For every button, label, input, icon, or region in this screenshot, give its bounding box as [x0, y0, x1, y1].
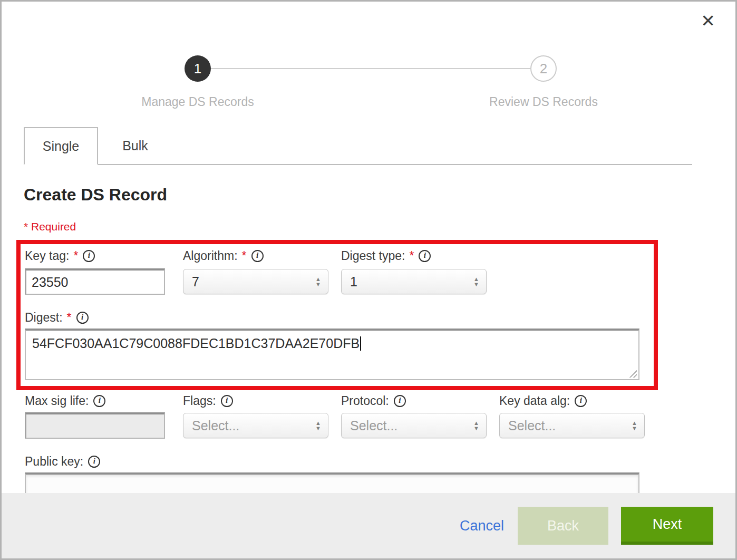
required-asterisk: *: [67, 311, 72, 325]
protocol-label: Protocol:: [341, 394, 389, 408]
step-1-indicator: 1: [185, 55, 211, 82]
arrow-down-icon: ▼: [315, 282, 321, 287]
key-tag-input[interactable]: [25, 268, 165, 295]
step-2-label: Review DS Records: [459, 95, 628, 109]
flags-label: Flags:: [183, 394, 216, 408]
select-spinner-icon: ▲ ▼: [315, 276, 321, 287]
required-asterisk: *: [242, 249, 247, 263]
arrow-down-icon: ▼: [632, 426, 637, 431]
algorithm-select[interactable]: 7 ▲ ▼: [183, 269, 328, 294]
arrow-down-icon: ▼: [473, 426, 479, 431]
tab-bar: Single Bulk: [24, 127, 692, 165]
select-spinner-icon: ▲ ▼: [632, 420, 637, 431]
info-icon[interactable]: i: [394, 395, 406, 407]
digest-value: 54FCF030AA1C79C0088FDEC1BD1C37DAA2E70DFB: [32, 336, 360, 351]
step-1-number: 1: [194, 61, 201, 77]
algorithm-select-value: 7: [192, 274, 199, 289]
info-icon[interactable]: i: [221, 395, 233, 407]
info-icon[interactable]: i: [419, 250, 431, 262]
text-cursor: [360, 336, 361, 351]
page-title: Create DS Record: [24, 185, 167, 205]
create-ds-record-modal: ✕ 1 2 Manage DS Records Review DS Record…: [0, 0, 737, 560]
arrow-down-icon: ▼: [315, 426, 321, 431]
key-tag-label-row: Key tag: * i: [25, 248, 95, 264]
algorithm-label: Algorithm:: [183, 249, 238, 263]
info-icon[interactable]: i: [575, 395, 587, 407]
resize-handle-icon[interactable]: [629, 370, 637, 378]
footer-bar: Cancel Back Next: [2, 493, 735, 558]
step-2-number: 2: [540, 61, 547, 77]
digest-label-row: Digest: * i: [25, 310, 89, 325]
digest-type-select-value: 1: [350, 274, 357, 289]
digest-type-select[interactable]: 1 ▲ ▼: [341, 269, 487, 294]
flags-label-row: Flags: i: [183, 393, 233, 409]
info-icon[interactable]: i: [76, 312, 89, 324]
stepper-connector-line: [211, 68, 530, 69]
public-key-label-row: Public key: i: [25, 453, 100, 469]
tab-bulk-label: Bulk: [122, 138, 148, 153]
flags-select-value: Select...: [192, 418, 239, 433]
info-icon[interactable]: i: [83, 250, 95, 262]
arrow-down-icon: ▼: [473, 282, 479, 287]
key-data-alg-select-value: Select...: [508, 418, 556, 433]
max-sig-life-input[interactable]: [25, 412, 165, 439]
protocol-label-row: Protocol: i: [341, 393, 406, 409]
tab-bulk[interactable]: Bulk: [98, 127, 172, 164]
tab-single-label: Single: [43, 139, 80, 154]
digest-textarea[interactable]: 54FCF030AA1C79C0088FDEC1BD1C37DAA2E70DFB: [25, 329, 639, 380]
step-2-indicator: 2: [530, 55, 557, 82]
close-icon[interactable]: ✕: [701, 12, 715, 30]
info-icon[interactable]: i: [88, 456, 100, 468]
digest-type-label-row: Digest type: * i: [341, 248, 431, 264]
max-sig-life-label: Max sig life:: [25, 394, 89, 408]
max-sig-life-label-row: Max sig life: i: [25, 393, 105, 409]
required-asterisk: *: [409, 249, 414, 263]
info-icon[interactable]: i: [251, 250, 264, 262]
select-spinner-icon: ▲ ▼: [473, 420, 479, 431]
public-key-label: Public key:: [25, 455, 83, 469]
flags-select[interactable]: Select... ▲ ▼: [183, 413, 328, 438]
step-1-label: Manage DS Records: [113, 95, 282, 109]
cancel-button[interactable]: Cancel: [460, 518, 504, 534]
tab-single[interactable]: Single: [24, 127, 98, 165]
back-button[interactable]: Back: [518, 507, 608, 545]
select-spinner-icon: ▲ ▼: [473, 276, 479, 287]
key-data-alg-select[interactable]: Select... ▲ ▼: [499, 413, 645, 438]
info-icon[interactable]: i: [93, 395, 105, 407]
next-button[interactable]: Next: [621, 507, 713, 545]
digest-label: Digest:: [25, 311, 63, 325]
select-spinner-icon: ▲ ▼: [315, 420, 321, 431]
key-tag-label: Key tag:: [25, 249, 69, 263]
algorithm-label-row: Algorithm: * i: [183, 248, 264, 264]
required-asterisk: *: [73, 249, 78, 263]
key-data-alg-label: Key data alg:: [499, 394, 570, 408]
required-note: * Required: [24, 220, 76, 233]
protocol-select[interactable]: Select... ▲ ▼: [341, 413, 487, 438]
protocol-select-value: Select...: [350, 418, 397, 433]
digest-type-label: Digest type:: [341, 249, 405, 263]
key-data-alg-label-row: Key data alg: i: [499, 393, 587, 409]
